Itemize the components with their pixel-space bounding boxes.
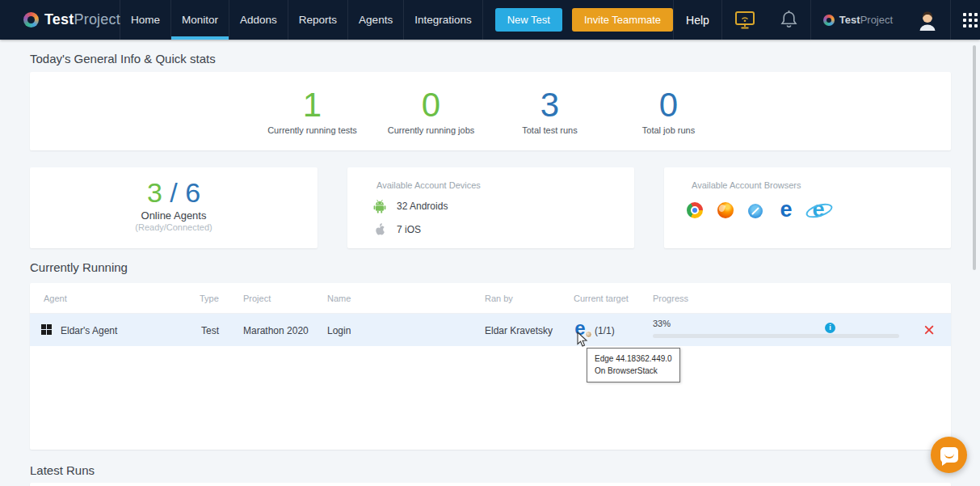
chrome-icon — [687, 202, 703, 218]
latest-runs-heading: Latest Runs — [30, 463, 95, 477]
abort-run-button[interactable] — [923, 324, 935, 336]
scrollbar-thumb[interactable] — [973, 45, 976, 270]
nav-right-cluster: Help TestProject — [673, 0, 980, 40]
currently-running-heading: Currently Running — [30, 260, 128, 274]
android-count-label: 32 Androids — [397, 201, 448, 212]
quick-stats-card: 1 Currently running tests 0 Currently ru… — [30, 72, 951, 150]
column-header-project: Project — [243, 294, 271, 303]
apps-grid-icon — [963, 13, 978, 27]
agents-slash: / — [162, 177, 185, 208]
online-agents-count: 3 / 6 — [30, 178, 318, 208]
agents-total: 6 — [185, 177, 200, 208]
stat-label: Currently running jobs — [372, 125, 490, 135]
chat-widget-button[interactable] — [931, 437, 967, 473]
apple-icon — [373, 222, 386, 236]
account-brand[interactable]: TestProject — [810, 0, 905, 40]
brand-logo[interactable]: TestProject — [0, 0, 120, 40]
devices-card-title: Available Account Devices — [376, 180, 634, 190]
notifications-button[interactable] — [768, 0, 810, 40]
cast-monitor-icon — [734, 11, 755, 30]
safari-icon — [748, 204, 763, 218]
mouse-cursor — [577, 332, 589, 348]
progress-percent-label: 33% — [653, 319, 671, 328]
column-header-progress: Progress — [653, 294, 688, 303]
chat-smile-icon — [944, 453, 954, 459]
testproject-logo-icon — [23, 12, 39, 27]
account-brand-light: Project — [860, 14, 893, 26]
brand-name-bold: Test — [44, 11, 74, 27]
android-icon — [373, 199, 386, 213]
online-agents-card: 3 / 6 Online Agents (Ready/Connected) — [30, 167, 318, 248]
stat-value: 0 — [372, 87, 490, 123]
tooltip-line1: Edge 44.18362.449.0 — [595, 353, 672, 365]
nav-tab-integrations[interactable]: Integrations — [403, 0, 483, 40]
quick-stats-heading: Today's General Info & Quick stats — [30, 52, 216, 66]
bell-icon — [780, 10, 798, 30]
browsers-row — [687, 201, 951, 220]
latest-runs-card — [30, 483, 951, 486]
nav-tab-monitor[interactable]: Monitor — [170, 0, 229, 40]
stat-label: Total job runs — [609, 125, 728, 135]
nav-tab-addons[interactable]: Addons — [229, 0, 288, 40]
cell-type: Test — [201, 325, 219, 336]
brand-name: TestProject — [44, 11, 120, 28]
brand-name-light: Project — [74, 11, 120, 27]
column-header-type: Type — [200, 294, 219, 303]
chat-bubble-icon — [940, 447, 958, 463]
tooltip-line2: On BrowserStack — [595, 365, 672, 377]
account-devices-card: Available Account Devices 32 Androids 7 … — [347, 167, 634, 248]
main-nav: Home Monitor Addons Reports Agents Integ… — [120, 0, 483, 40]
account-brand-bold: Test — [839, 14, 860, 26]
account-browsers-card: Available Account Browsers — [664, 167, 951, 248]
help-menu[interactable]: Help — [673, 0, 721, 40]
internet-explorer-icon — [810, 201, 827, 220]
table-row[interactable]: Eldar's Agent Test Marathon 2020 Login E… — [30, 314, 951, 346]
column-header-current-target: Current target — [574, 294, 629, 303]
invite-teammate-button[interactable]: Invite Teammate — [572, 8, 673, 32]
table-header: Agent Type Project Name Ran by Current t… — [30, 283, 951, 314]
agents-online: 3 — [147, 177, 162, 208]
stat-running-tests: 1 Currently running tests — [253, 87, 372, 135]
stat-total-test-runs: 3 Total test runs — [490, 87, 609, 135]
stat-label: Total test runs — [490, 125, 609, 135]
help-label: Help — [686, 14, 709, 27]
stat-label: Currently running tests — [253, 125, 372, 135]
target-tooltip: Edge 44.18362.449.0 On BrowserStack — [587, 348, 680, 382]
stat-value: 0 — [609, 87, 728, 123]
progress-bar — [653, 334, 899, 338]
agent-cast-button[interactable] — [721, 0, 768, 40]
nav-tab-reports[interactable]: Reports — [288, 0, 347, 40]
ios-count-label: 7 iOS — [397, 224, 421, 235]
online-agents-title: Online Agents — [30, 209, 318, 222]
info-icon[interactable] — [825, 323, 835, 333]
ios-devices-row: 7 iOS — [373, 222, 634, 236]
stat-value: 1 — [253, 87, 372, 123]
apps-menu-button[interactable] — [950, 0, 980, 40]
stat-total-job-runs: 0 Total job runs — [609, 87, 728, 135]
new-test-button[interactable]: New Test — [495, 8, 562, 32]
edge-icon — [777, 201, 795, 220]
cell-project: Marathon 2020 — [243, 325, 309, 336]
column-header-name: Name — [327, 294, 351, 303]
browsers-card-title: Available Account Browsers — [692, 180, 951, 190]
nav-tab-home[interactable]: Home — [120, 0, 170, 40]
testproject-small-logo-icon — [823, 15, 835, 26]
stat-value: 3 — [490, 87, 609, 123]
cell-agent-name: Eldar's Agent — [61, 325, 117, 336]
cell-test-name: Login — [327, 325, 351, 336]
stat-running-jobs: 0 Currently running jobs — [372, 87, 490, 135]
cell-ran-by: Eldar Kravetsky — [485, 325, 553, 336]
account-brand-name: TestProject — [839, 14, 893, 26]
online-agents-subtitle: (Ready/Connected) — [30, 222, 318, 232]
windows-icon — [41, 324, 52, 335]
monitor-dashboard: TestProject Home Monitor Addons Reports … — [0, 0, 980, 486]
nav-tab-agents[interactable]: Agents — [347, 0, 403, 40]
currently-running-table: Agent Type Project Name Ran by Current t… — [30, 283, 951, 450]
user-avatar-button[interactable] — [905, 0, 950, 40]
nav-actions: New Test Invite Teammate — [495, 0, 673, 40]
column-header-agent: Agent — [44, 294, 67, 303]
avatar — [917, 10, 938, 31]
android-devices-row: 32 Androids — [373, 199, 634, 213]
column-header-ran-by: Ran by — [485, 294, 513, 303]
firefox-icon — [717, 202, 734, 218]
